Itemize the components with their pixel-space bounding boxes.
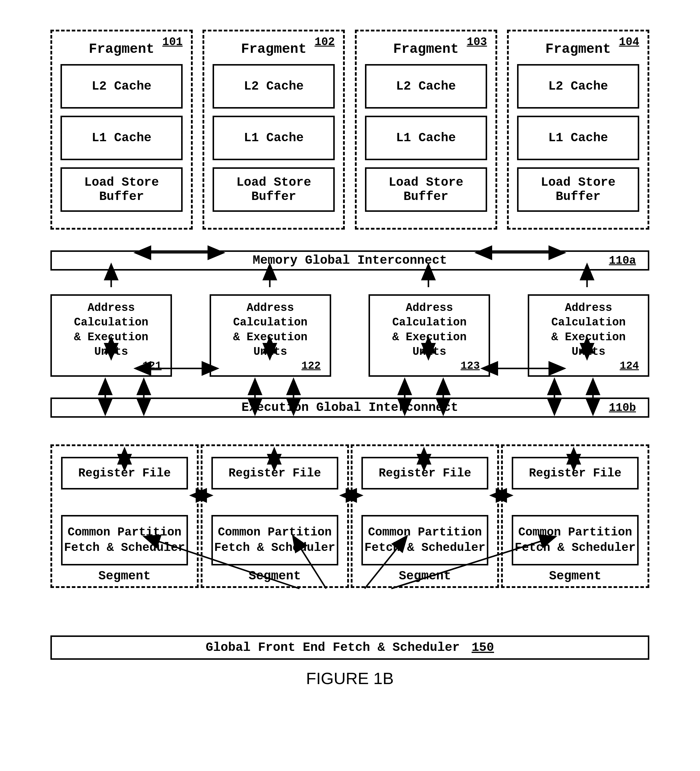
l2-cache: L2 Cache (213, 64, 335, 109)
register-file: Register File (512, 457, 638, 490)
interconnect-label: Memory Global Interconnect (253, 253, 447, 268)
global-front-end: Global Front End Fetch & Scheduler 150 (50, 636, 649, 660)
l1-cache: L1 Cache (365, 116, 487, 160)
fragment-id: 104 (619, 36, 639, 48)
exec-id: 122 (214, 359, 327, 373)
exec-unit-124: Address Calculation & Execution Units 12… (528, 294, 649, 377)
l1-cache: L1 Cache (213, 116, 335, 160)
segments-row: Register File Common Partition Fetch & S… (50, 444, 649, 588)
fragment-id: 102 (315, 36, 335, 48)
register-file: Register File (211, 457, 338, 490)
exec-line1: Address Calculation (74, 301, 149, 329)
l1-cache: L1 Cache (517, 116, 639, 160)
common-partition-scheduler: Common Partition Fetch & Scheduler (361, 515, 488, 565)
load-store-buffer: Load Store Buffer (60, 167, 183, 212)
exec-line1: Address Calculation (233, 301, 307, 329)
fragment-103: 103 Fragment L2 Cache L1 Cache Load Stor… (355, 30, 497, 229)
exec-id: 124 (532, 359, 645, 373)
segment-2: Register File Common Partition Fetch & S… (201, 444, 349, 588)
exec-id: 121 (55, 359, 167, 373)
l2-cache: L2 Cache (517, 64, 639, 109)
exec-line2: & Execution Units (233, 331, 307, 358)
fragment-id: 101 (162, 36, 183, 48)
exec-line2: & Execution Units (392, 331, 467, 358)
exec-line1: Address Calculation (392, 301, 467, 329)
fragment-104: 104 Fragment L2 Cache L1 Cache Load Stor… (507, 30, 649, 229)
execution-global-interconnect: Execution Global Interconnect 110b (50, 397, 649, 418)
segment-3: Register File Common Partition Fetch & S… (351, 444, 499, 588)
exec-unit-121: Address Calculation & Execution Units 12… (50, 294, 172, 377)
common-partition-scheduler: Common Partition Fetch & Scheduler (61, 515, 188, 565)
interconnect-id: 110b (609, 401, 636, 414)
figure-label: FIGURE 1B (50, 669, 649, 688)
exec-units-row: Address Calculation & Execution Units 12… (50, 294, 649, 377)
fragment-101: 101 Fragment L2 Cache L1 Cache Load Stor… (50, 30, 193, 229)
exec-line2: & Execution Units (551, 331, 626, 358)
memory-global-interconnect: Memory Global Interconnect 110a (50, 250, 649, 270)
register-file: Register File (61, 457, 188, 490)
fragments-row: 101 Fragment L2 Cache L1 Cache Load Stor… (50, 30, 649, 229)
segment-label: Segment (209, 569, 341, 583)
interconnect-id: 110a (609, 254, 636, 267)
exec-unit-122: Address Calculation & Execution Units 12… (210, 294, 331, 377)
common-partition-scheduler: Common Partition Fetch & Scheduler (512, 515, 638, 565)
segment-label: Segment (509, 569, 641, 583)
interconnect-label: Execution Global Interconnect (242, 400, 458, 415)
segment-label: Segment (359, 569, 490, 583)
common-partition-scheduler: Common Partition Fetch & Scheduler (211, 515, 338, 565)
l2-cache: L2 Cache (60, 64, 183, 109)
fragment-id: 103 (467, 36, 487, 48)
exec-line1: Address Calculation (551, 301, 626, 329)
exec-unit-123: Address Calculation & Execution Units 12… (369, 294, 490, 377)
l1-cache: L1 Cache (60, 116, 183, 160)
exec-line2: & Execution Units (74, 331, 149, 358)
segment-1: Register File Common Partition Fetch & S… (50, 444, 199, 588)
segment-4: Register File Common Partition Fetch & S… (501, 444, 649, 588)
load-store-buffer: Load Store Buffer (213, 167, 335, 212)
global-front-label: Global Front End Fetch & Scheduler (206, 641, 460, 655)
exec-id: 123 (373, 359, 486, 373)
fragment-102: 102 Fragment L2 Cache L1 Cache Load Stor… (203, 30, 345, 229)
l2-cache: L2 Cache (365, 64, 487, 109)
register-file: Register File (361, 457, 488, 490)
load-store-buffer: Load Store Buffer (365, 167, 487, 212)
global-front-id: 150 (472, 641, 494, 655)
segment-label: Segment (59, 569, 190, 583)
load-store-buffer: Load Store Buffer (517, 167, 639, 212)
